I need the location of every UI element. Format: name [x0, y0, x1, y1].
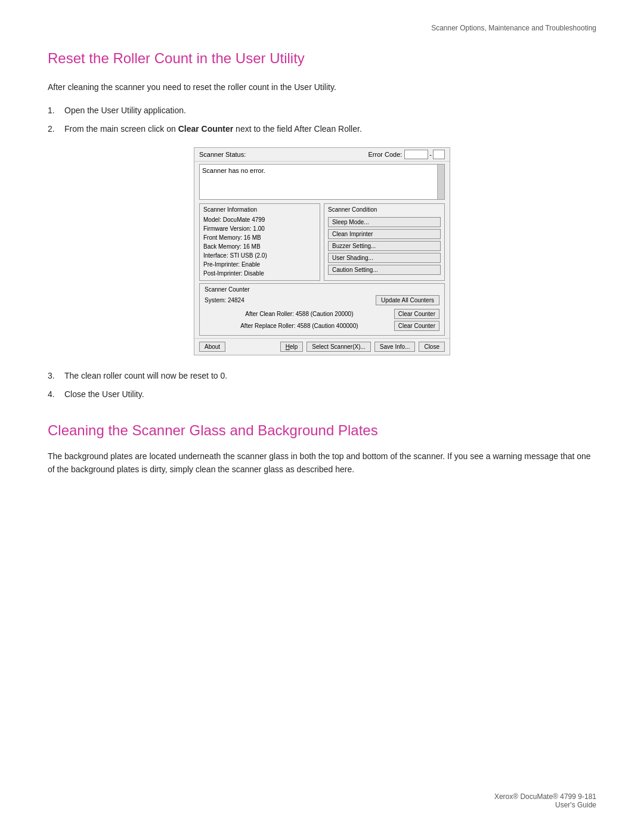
- back-memory-line: Back Memory: 16 MB: [203, 242, 316, 251]
- interface-line: Interface: STI USB (2.0): [203, 251, 316, 260]
- intro-text: After cleaning the scanner you need to r…: [48, 81, 596, 94]
- scanner-counter-title: Scanner Counter: [205, 286, 439, 293]
- about-button[interactable]: About: [199, 342, 225, 352]
- model-value: DocuMate 4799: [223, 216, 265, 223]
- close-button[interactable]: Close: [419, 342, 445, 352]
- counter-system-row: System: 24824 Update All Counters: [205, 295, 439, 305]
- footer-line2: User's Guide: [494, 801, 596, 809]
- scanner-status-area: Scanner has no error.: [199, 164, 445, 200]
- buzzer-setting-button[interactable]: Buzzer Setting...: [328, 241, 441, 251]
- info-condition-row: Scanner Information Model: DocuMate 4799…: [199, 203, 445, 281]
- save-info-button[interactable]: Save Info...: [374, 342, 416, 352]
- help-button[interactable]: Help: [280, 342, 304, 352]
- step-2-text: From the main screen click on Clear Coun…: [64, 123, 596, 135]
- step-2-text2: next to the field After Clean Roller.: [233, 124, 362, 134]
- error-code-row: Scanner Status: Error Code: -: [194, 148, 450, 162]
- pre-imprinter-line: Pre-Imprinter: Enable: [203, 260, 316, 269]
- pre-imprinter-value: Enable: [242, 261, 260, 268]
- scanner-condition-group: Scanner Condition Sleep Mode... Clean Im…: [324, 203, 445, 281]
- step-1: 1. Open the User Utility application.: [48, 104, 596, 117]
- select-scanner-button[interactable]: Select Scanner(X)...: [306, 342, 370, 352]
- error-code-field1: [404, 150, 428, 159]
- clean-roller-row: After Clean Roller: 4588 (Caution 20000)…: [205, 309, 439, 319]
- section2-title: Cleaning the Scanner Glass and Backgroun…: [48, 422, 596, 439]
- caution-setting-button[interactable]: Caution Setting...: [328, 265, 441, 275]
- front-memory-line: Front Memory: 16 MB: [203, 233, 316, 242]
- section2-body: The background plates are located undern…: [48, 450, 596, 476]
- pre-imprinter-label: Pre-Imprinter:: [203, 261, 240, 268]
- step-4-num: 4.: [48, 388, 64, 401]
- step-1-text: Open the User Utility application.: [64, 104, 596, 117]
- interface-label: Interface:: [203, 252, 228, 259]
- system-label: System: 24824: [205, 297, 244, 304]
- header-meta: Scanner Options, Maintenance and Trouble…: [48, 24, 596, 32]
- firmware-line: Firmware Version: 1.00: [203, 224, 316, 233]
- error-code-dash: -: [429, 151, 432, 158]
- back-memory-label: Back Memory:: [203, 243, 242, 250]
- step-4: 4. Close the User Utility.: [48, 388, 596, 401]
- firmware-value: 1.00: [253, 225, 264, 232]
- post-imprinter-label: Post-Imprinter:: [203, 270, 243, 277]
- scanner-counter-group: Scanner Counter System: 24824 Update All…: [199, 283, 445, 336]
- user-shading-button[interactable]: User Shading...: [328, 253, 441, 263]
- help-underline-h: H: [286, 343, 290, 350]
- post-imprinter-line: Post-Imprinter: Disable: [203, 269, 316, 278]
- step-2-num: 2.: [48, 123, 64, 135]
- dialog-screenshot: Scanner Status: Error Code: - Scanner ha…: [48, 147, 596, 355]
- scanner-info-title: Scanner Information: [203, 206, 316, 213]
- after-replace-roller-text: After Replace Roller: 4588 (Caution 4000…: [205, 323, 394, 329]
- firmware-label: Firmware Version:: [203, 225, 252, 232]
- sleep-mode-button[interactable]: Sleep Mode...: [328, 217, 441, 227]
- error-code-label: Error Code:: [368, 151, 402, 158]
- status-scrollbar[interactable]: [437, 165, 444, 199]
- dialog-box: Scanner Status: Error Code: - Scanner ha…: [194, 147, 450, 355]
- section1-title: Reset the Roller Count in the User Utili…: [48, 50, 596, 67]
- step-4-text: Close the User Utility.: [64, 388, 596, 401]
- scanner-no-error-text: Scanner has no error.: [202, 167, 265, 174]
- step-3: 3. The clean roller count will now be re…: [48, 370, 596, 382]
- help-text: elp: [290, 343, 298, 350]
- scanner-condition-title: Scanner Condition: [328, 206, 441, 213]
- interface-value: STI USB (2.0): [230, 252, 267, 259]
- model-label: Model:: [203, 216, 221, 223]
- step-2-bold: Clear Counter: [178, 124, 234, 134]
- update-all-counters-button[interactable]: Update All Counters: [376, 295, 439, 305]
- clean-imprinter-button[interactable]: Clean Imprinter: [328, 229, 441, 239]
- page-footer: Xerox® DocuMate® 4799 9-181 User's Guide: [494, 792, 596, 809]
- step-2: 2. From the main screen click on Clear C…: [48, 123, 596, 135]
- clear-counter-button-2[interactable]: Clear Counter: [394, 321, 439, 331]
- scanner-status-label: Scanner Status:: [199, 151, 246, 158]
- front-memory-value: 16 MB: [244, 234, 261, 241]
- step-3-text: The clean roller count will now be reset…: [64, 370, 596, 382]
- dialog-bottom-row: About Help Select Scanner(X)... Save Inf…: [194, 338, 450, 355]
- model-line: Model: DocuMate 4799: [203, 215, 316, 224]
- footer-line1: Xerox® DocuMate® 4799 9-181: [494, 792, 596, 801]
- error-code-field2: [433, 150, 445, 159]
- post-imprinter-value: Disable: [244, 270, 264, 277]
- step-3-num: 3.: [48, 370, 64, 382]
- front-memory-label: Front Memory:: [203, 234, 242, 241]
- back-memory-value: 16 MB: [243, 243, 261, 250]
- scanner-info-group: Scanner Information Model: DocuMate 4799…: [199, 203, 320, 281]
- after-clean-roller-text: After Clean Roller: 4588 (Caution 20000): [205, 311, 394, 317]
- step-1-num: 1.: [48, 104, 64, 117]
- replace-roller-row: After Replace Roller: 4588 (Caution 4000…: [205, 321, 439, 331]
- clear-counter-button-1[interactable]: Clear Counter: [394, 309, 439, 319]
